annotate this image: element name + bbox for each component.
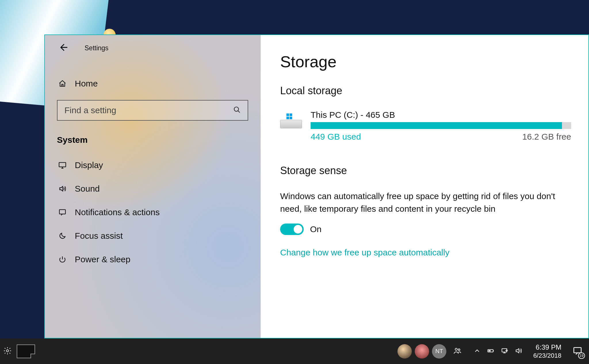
local-storage-heading: Local storage: [280, 85, 571, 97]
home-icon: [57, 80, 68, 88]
search-input[interactable]: [64, 105, 233, 115]
taskbar: NT 6:39 PM 6/23/2018: [0, 338, 589, 364]
settings-window: Settings Home System Display Sound: [44, 34, 589, 338]
sidebar-item-power-sleep[interactable]: Power & sleep: [45, 248, 260, 271]
taskbar-task-view[interactable]: [15, 338, 35, 364]
taskbar-system-tray: [473, 347, 522, 356]
taskbar-action-center[interactable]: 19: [571, 344, 584, 358]
sidebar-item-display[interactable]: Display: [45, 153, 260, 177]
sidebar-item-notifications[interactable]: Notifications & actions: [45, 201, 260, 224]
back-arrow-icon: [58, 43, 68, 53]
taskbar-settings-gear[interactable]: [0, 338, 15, 364]
search-box[interactable]: [57, 100, 248, 121]
sidebar-item-focus-assist[interactable]: Focus assist: [45, 224, 260, 248]
window-title: Settings: [85, 44, 108, 52]
volume-icon[interactable]: [515, 347, 522, 356]
drive-item[interactable]: This PC (C:) - 465 GB 449 GB used 16.2 G…: [280, 110, 571, 142]
taskbar-date: 6/23/2018: [533, 352, 561, 360]
people-icon: [453, 346, 462, 356]
gear-icon: [3, 346, 12, 356]
moon-icon: [57, 232, 68, 240]
sound-icon: [57, 185, 68, 193]
svg-rect-7: [488, 350, 491, 351]
change-free-up-link[interactable]: Change how we free up space automaticall…: [280, 248, 571, 257]
storage-sense-description: Windows can automatically free up space …: [280, 190, 571, 215]
drive-icon: [280, 112, 302, 128]
notifications-icon: [57, 208, 68, 216]
storage-sense-toggle-label: On: [310, 224, 322, 234]
svg-point-5: [458, 349, 460, 350]
settings-sidebar: Settings Home System Display Sound: [45, 35, 261, 338]
sidebar-item-label: Focus assist: [75, 231, 123, 241]
tray-overflow[interactable]: [473, 347, 481, 356]
taskbar-user-avatar-2[interactable]: [415, 344, 429, 359]
taskbar-people[interactable]: [449, 338, 465, 364]
sidebar-home-label: Home: [75, 79, 98, 88]
sidebar-item-label: Notifications & actions: [75, 207, 160, 217]
sidebar-header: Settings: [45, 35, 260, 61]
drive-free: 16.2 GB free: [522, 132, 571, 142]
svg-point-3: [6, 350, 9, 352]
back-button[interactable]: [58, 43, 68, 53]
drive-name: This PC (C:) - 465 GB: [311, 110, 571, 120]
sidebar-home[interactable]: Home: [45, 72, 260, 95]
page-title: Storage: [280, 52, 571, 71]
sidebar-item-label: Sound: [75, 184, 100, 194]
sidebar-category: System: [45, 121, 260, 153]
svg-point-0: [234, 107, 238, 111]
svg-rect-9: [574, 347, 581, 353]
search-icon: [233, 106, 241, 115]
notification-badge: 19: [578, 353, 585, 359]
task-view-icon: [17, 344, 35, 358]
storage-sense-heading: Storage sense: [280, 165, 571, 177]
chevron-up-icon: [473, 347, 481, 356]
taskbar-user-avatar-initials[interactable]: NT: [432, 344, 446, 359]
drive-usage-bar: [311, 122, 571, 129]
sidebar-item-label: Display: [75, 160, 103, 170]
power-icon: [57, 255, 68, 263]
display-icon: [57, 161, 68, 169]
taskbar-user-avatar-1[interactable]: [397, 344, 412, 359]
sidebar-item-label: Power & sleep: [75, 255, 130, 264]
taskbar-clock[interactable]: 6:39 PM 6/23/2018: [533, 343, 561, 360]
svg-point-4: [455, 348, 458, 350]
network-icon[interactable]: [501, 347, 508, 356]
taskbar-time: 6:39 PM: [533, 343, 561, 352]
svg-rect-1: [59, 163, 66, 167]
settings-main: Storage Local storage This PC (C:) - 465…: [261, 35, 588, 338]
sidebar-item-sound[interactable]: Sound: [45, 177, 260, 201]
drive-info: This PC (C:) - 465 GB 449 GB used 16.2 G…: [311, 110, 571, 142]
drive-used: 449 GB used: [311, 132, 361, 142]
svg-rect-2: [60, 210, 66, 214]
battery-icon[interactable]: [487, 347, 495, 356]
storage-sense-toggle[interactable]: [280, 224, 304, 235]
